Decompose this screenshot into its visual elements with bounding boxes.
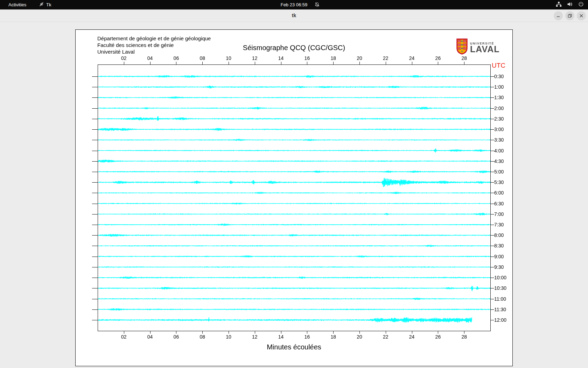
y-tick-left [92, 182, 98, 183]
x-tick-label-top: 26 [433, 55, 443, 61]
y-tick-right [490, 320, 494, 320]
system-status-area[interactable] [556, 0, 584, 9]
y-tick-right [490, 257, 494, 257]
y-tick-left [92, 108, 98, 109]
y-tick-right [490, 278, 494, 278]
utc-time-label: 8:30 [494, 243, 504, 248]
x-tick-bottom [202, 331, 203, 334]
x-tick-label-bottom: 26 [433, 334, 443, 340]
utc-time-label: 6:30 [494, 201, 504, 206]
laval-logo-large-line: LAVAL [470, 45, 500, 53]
x-tick-top [359, 62, 360, 64]
x-tick-top [307, 62, 307, 64]
y-tick-right [490, 246, 494, 246]
y-tick-right [490, 299, 494, 299]
x-tick-label-bottom: 22 [380, 334, 391, 340]
y-tick-right [490, 119, 494, 119]
app-menu-tk[interactable]: Tk [39, 0, 51, 9]
y-tick-left [92, 87, 98, 87]
x-tick-top [386, 62, 386, 64]
x-tick-label-top: 02 [119, 55, 129, 61]
x-tick-bottom [150, 331, 150, 334]
x-tick-label-top: 10 [223, 55, 234, 61]
utc-time-label: 10:00 [494, 275, 506, 280]
utc-time-label: 10:30 [494, 285, 506, 291]
desktop: Activities Tk Feb 23 06:59 tk [0, 0, 588, 368]
notifications-disabled-icon [314, 2, 320, 9]
x-tick-label-bottom: 12 [250, 334, 260, 340]
chart-title: Séismographe QCQ (CGC/GSC) [76, 44, 512, 52]
seismograph-sheet: Département de géologie et de génie géol… [75, 29, 513, 366]
utc-time-label: 11:30 [494, 307, 506, 312]
x-tick-bottom [307, 331, 307, 334]
utc-time-label: 3:00 [494, 127, 504, 132]
utc-time-label: 7:00 [494, 211, 504, 217]
y-tick-left [92, 257, 98, 257]
close-button[interactable] [577, 11, 586, 20]
y-tick-left [92, 172, 98, 172]
universite-laval-logo: UNIVERSITÉ LAVAL [456, 38, 500, 56]
y-tick-right [490, 172, 494, 172]
x-tick-bottom [333, 331, 334, 334]
y-tick-left [92, 214, 98, 214]
y-tick-left [92, 320, 98, 320]
x-tick-label-bottom: 18 [328, 334, 338, 340]
x-tick-label-top: 20 [354, 55, 365, 61]
y-tick-right [490, 225, 494, 225]
y-tick-right [490, 97, 494, 98]
laval-logo-text: UNIVERSITÉ LAVAL [470, 42, 500, 53]
activities-button[interactable]: Activities [8, 0, 26, 9]
restore-button[interactable] [565, 11, 574, 20]
x-tick-top [281, 62, 281, 64]
clock[interactable]: Feb 23 06:59 [281, 0, 308, 9]
x-tick-bottom [176, 331, 176, 334]
utc-time-label: 6:00 [494, 190, 504, 196]
y-tick-left [92, 193, 98, 193]
y-tick-right [490, 267, 494, 267]
x-tick-top [202, 62, 203, 64]
y-tick-left [92, 267, 98, 267]
x-tick-label-top: 24 [407, 55, 417, 61]
utc-time-label: 5:00 [494, 169, 504, 175]
x-tick-top [412, 62, 412, 64]
y-tick-right [490, 309, 494, 310]
x-tick-top [150, 62, 150, 64]
x-tick-label-top: 16 [302, 55, 312, 61]
institution-line: Département de géologie et de génie géol… [97, 35, 211, 42]
tk-feather-icon [39, 2, 44, 8]
y-tick-right [490, 288, 494, 288]
x-tick-bottom [438, 331, 438, 334]
y-tick-right [490, 87, 494, 87]
x-axis-title: Minutes écoulées [76, 343, 512, 351]
x-tick-label-bottom: 16 [302, 334, 312, 340]
utc-time-label: 2:30 [494, 116, 504, 122]
x-tick-label-top: 08 [197, 55, 208, 61]
minimize-button[interactable] [554, 11, 563, 20]
window-titlebar[interactable]: tk [0, 9, 588, 22]
x-tick-label-bottom: 14 [276, 334, 286, 340]
utc-time-label: 8:00 [494, 232, 504, 238]
y-tick-right [490, 214, 494, 214]
x-tick-bottom [412, 331, 412, 334]
x-tick-bottom [124, 331, 124, 334]
x-tick-label-bottom: 06 [171, 334, 181, 340]
y-tick-left [92, 140, 98, 140]
y-tick-right [490, 193, 494, 193]
utc-time-label: 3:30 [494, 137, 504, 143]
utc-time-label: 4:30 [494, 158, 504, 164]
y-tick-left [92, 204, 98, 204]
utc-time-label: 9:00 [494, 254, 504, 259]
y-tick-left [92, 161, 98, 162]
x-tick-bottom [359, 331, 360, 334]
x-tick-bottom [229, 331, 229, 334]
utc-axis-title: UTC [492, 62, 505, 69]
x-tick-label-top: 18 [328, 55, 338, 61]
power-icon [578, 1, 584, 8]
y-tick-left [92, 235, 98, 236]
y-tick-right [490, 108, 494, 109]
x-tick-label-top: 06 [171, 55, 181, 61]
y-tick-left [92, 225, 98, 225]
utc-time-label: 2:00 [494, 105, 504, 111]
x-tick-label-bottom: 04 [145, 334, 155, 340]
laval-shield-icon [456, 38, 468, 56]
